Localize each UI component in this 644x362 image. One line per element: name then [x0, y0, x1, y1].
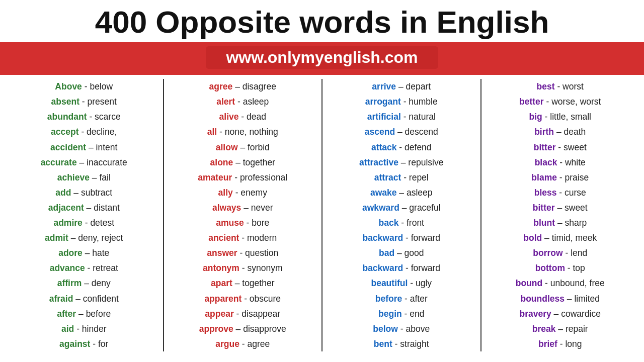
word-value: – subtract	[71, 188, 112, 198]
word-key: add	[55, 188, 71, 198]
word-key: attractive	[359, 157, 398, 167]
word-key: beautiful	[371, 278, 408, 288]
word-key: admire	[53, 218, 82, 228]
word-pair: bound - unbound, free	[484, 276, 637, 291]
word-pair: apart – together	[167, 276, 319, 291]
word-value: - synonym	[239, 263, 283, 273]
word-key: argue	[215, 339, 239, 349]
word-value: - long	[557, 339, 582, 349]
word-pair: Above - below	[8, 79, 160, 94]
word-pair: better - worse, worst	[484, 94, 637, 109]
word-key: absent	[51, 97, 79, 107]
word-value: - top	[565, 263, 585, 273]
word-value: - question	[237, 248, 279, 258]
word-key: brief	[538, 339, 557, 349]
word-pair: allow – forbid	[167, 140, 319, 155]
word-value: – timid, meek	[542, 233, 597, 243]
word-key: boundless	[520, 294, 565, 304]
word-value: - asleep	[235, 97, 269, 107]
word-pair: admit – deny, reject	[8, 230, 160, 245]
word-value: - enemy	[233, 188, 267, 198]
word-pair: bent - straight	[325, 336, 478, 351]
word-value: - present	[79, 97, 117, 107]
word-key: awake	[370, 188, 397, 198]
word-key: below	[373, 324, 398, 334]
word-key: blunt	[533, 218, 555, 228]
word-pair: always – never	[167, 200, 319, 215]
word-value: – disapprove	[233, 324, 286, 334]
word-pair: backward - forward	[325, 260, 478, 276]
word-pair: before - after	[325, 291, 478, 306]
word-pair: amateur - professional	[167, 170, 319, 185]
word-key: black	[535, 157, 557, 167]
word-value: – graceful	[399, 203, 441, 213]
word-pair: accept - decline,	[8, 124, 160, 139]
word-key: bound	[516, 278, 542, 288]
word-value: - natural	[401, 112, 436, 122]
word-pair: accurate – inaccurate	[8, 155, 160, 170]
word-pair: artificial - natural	[325, 109, 478, 124]
word-pair: arrogant - humble	[325, 94, 478, 109]
word-value: - straight	[392, 339, 429, 349]
word-pair: awkward – graceful	[325, 200, 478, 215]
word-key: borrow	[533, 248, 562, 258]
word-pair: backward - forward	[325, 230, 478, 245]
word-value: - after	[402, 294, 428, 304]
word-key: big	[529, 112, 542, 122]
word-key: answer	[207, 248, 237, 258]
word-pair: all - none, nothing	[167, 124, 319, 139]
word-pair: back - front	[325, 215, 478, 230]
word-pair: absent - present	[8, 94, 160, 109]
word-value: – sweet	[555, 203, 588, 213]
word-value: – deny, reject	[68, 233, 123, 243]
word-key: affirm	[57, 278, 82, 288]
word-key: ancient	[208, 233, 239, 243]
word-value: - curse	[556, 188, 586, 198]
word-value: – fail	[90, 172, 111, 183]
word-key: all	[207, 127, 217, 137]
word-value: – before	[76, 309, 111, 319]
word-value: – never	[241, 203, 273, 213]
word-value: – sharp	[555, 218, 587, 228]
word-key: approve	[199, 324, 233, 334]
word-pair: attract - repel	[325, 170, 478, 185]
word-value: - none, nothing	[217, 127, 278, 137]
word-pair: appear - disappear	[167, 306, 319, 321]
word-key: arrogant	[365, 97, 401, 107]
word-pair: below - above	[325, 321, 478, 336]
word-value: – asleep	[397, 188, 433, 198]
word-key: amuse	[216, 218, 244, 228]
word-pair: afraid – confident	[8, 291, 160, 306]
word-pair: alone – together	[167, 155, 319, 170]
red-divider	[0, 73, 644, 75]
word-pair: boundless – limited	[484, 291, 637, 306]
word-value: - repel	[401, 172, 428, 183]
word-key: after	[57, 309, 76, 319]
word-key: ally	[218, 188, 233, 198]
word-key: achieve	[57, 172, 90, 183]
website-url: www.onlymyenglish.com	[206, 46, 438, 69]
word-key: attack	[371, 142, 397, 152]
word-value: - bore	[244, 218, 270, 228]
word-key: allow	[216, 142, 238, 152]
word-value: - defend	[397, 142, 432, 152]
word-value: – intent	[86, 142, 117, 152]
word-value: - sweet	[555, 142, 586, 152]
word-value: – repair	[556, 324, 588, 334]
word-value: – depart	[396, 81, 431, 92]
column-1: Above - belowabsent - presentabundant - …	[5, 79, 164, 351]
word-key: abundant	[47, 112, 87, 122]
word-key: antonym	[203, 263, 239, 273]
word-key: agree	[209, 81, 233, 92]
word-key: appear	[205, 309, 233, 319]
word-pair: adjacent – distant	[8, 200, 160, 215]
word-pair: big - little, small	[484, 109, 637, 124]
word-value: - modern	[239, 233, 277, 243]
word-key: aid	[61, 324, 74, 334]
word-value: - for	[90, 339, 108, 349]
word-pair: abundant - scarce	[8, 109, 160, 124]
word-value: - decline,	[79, 127, 117, 137]
word-pair: break – repair	[484, 321, 637, 336]
word-key: alive	[219, 112, 239, 122]
word-pair: arrive – depart	[325, 79, 478, 94]
